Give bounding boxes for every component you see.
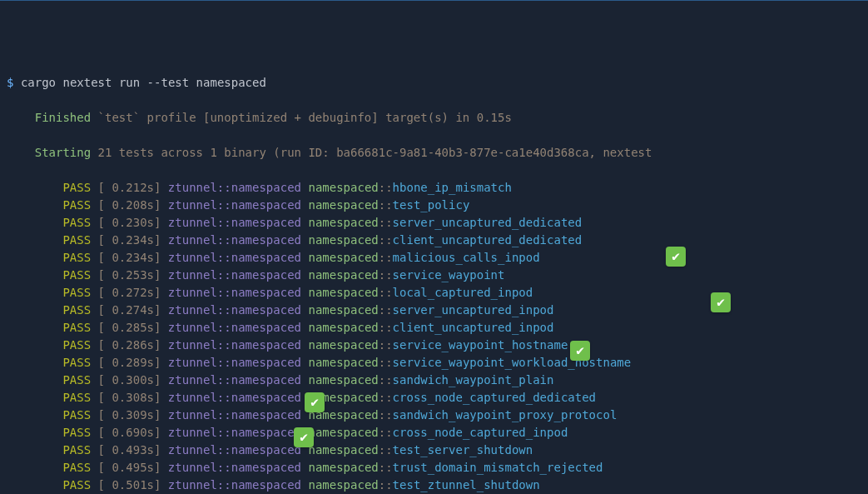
pass-label: PASS (62, 408, 91, 422)
test-result-row: PASS [ 0.272s] ztunnel::namespaced names… (7, 284, 861, 302)
separator: :: (379, 373, 393, 387)
binary-path: ztunnel::namespaced (168, 181, 301, 194)
time-bracket: [ 0.286s] (91, 338, 168, 352)
separator: :: (379, 303, 393, 317)
test-results-list: PASS [ 0.212s] ztunnel::namespaced names… (7, 179, 861, 494)
binary-path: ztunnel::namespaced (168, 356, 301, 369)
test-name: server_uncaptured_dedicated (393, 216, 583, 229)
binary-path: ztunnel::namespaced (168, 321, 301, 334)
time-bracket: [ 0.501s] (91, 478, 168, 492)
test-result-row: PASS [ 0.212s] ztunnel::namespaced names… (7, 179, 861, 197)
binary-path: ztunnel::namespaced (168, 426, 301, 439)
command-text: cargo nextest run --test namespaced (21, 76, 266, 89)
test-result-row: PASS [ 0.308s] ztunnel::namespaced names… (7, 389, 861, 407)
test-name: test_ztunnel_shutdown (393, 478, 540, 492)
module-name: namespaced (308, 233, 378, 247)
binary-path: ztunnel::namespaced (168, 286, 301, 299)
test-result-row: PASS [ 0.234s] ztunnel::namespaced names… (7, 249, 861, 267)
test-result-row: PASS [ 0.690s] ztunnel::namespaced names… (7, 424, 861, 442)
starting-text: 21 tests across 1 binary (run ID: ba6668… (98, 146, 652, 159)
module-name: namespaced (308, 216, 378, 229)
module-name: namespaced (308, 303, 378, 317)
time-bracket: [ 0.272s] (91, 286, 168, 299)
separator: :: (379, 233, 393, 247)
module-name: namespaced (308, 181, 378, 194)
binary-path: ztunnel::namespaced (168, 478, 301, 492)
binary-path: ztunnel::namespaced (168, 216, 301, 229)
binary-path: ztunnel::namespaced (168, 461, 301, 474)
starting-label: Starting (35, 146, 91, 159)
pass-label: PASS (62, 338, 91, 352)
module-name: namespaced (308, 286, 378, 299)
test-name: local_captured_inpod (393, 286, 533, 299)
separator: :: (379, 426, 393, 439)
time-bracket: [ 0.308s] (91, 391, 168, 404)
binary-path: ztunnel::namespaced (168, 391, 301, 404)
test-result-row: PASS [ 0.274s] ztunnel::namespaced names… (7, 302, 861, 319)
module-name: namespaced (308, 338, 378, 352)
test-result-row: PASS [ 0.286s] ztunnel::namespaced names… (7, 337, 861, 354)
time-bracket: [ 0.309s] (91, 408, 168, 422)
binary-path: ztunnel::namespaced (168, 251, 301, 264)
binary-path: ztunnel::namespaced (168, 233, 301, 247)
pass-label: PASS (62, 303, 91, 317)
module-name: namespaced (308, 461, 378, 474)
binary-path: ztunnel::namespaced (168, 303, 301, 317)
test-name: trust_domain_mismatch_rejected (393, 461, 603, 474)
time-bracket: [ 0.493s] (91, 443, 168, 457)
separator: :: (379, 391, 393, 404)
finished-text: `test` profile [unoptimized + debuginfo]… (98, 111, 512, 124)
module-name: namespaced (308, 478, 378, 492)
binary-path: ztunnel::namespaced (168, 198, 301, 212)
binary-path: ztunnel::namespaced (168, 443, 301, 457)
pass-label: PASS (62, 443, 91, 457)
binary-path: ztunnel::namespaced (168, 268, 301, 282)
separator: :: (379, 268, 393, 282)
pass-label: PASS (62, 181, 91, 194)
module-name: namespaced (308, 356, 378, 369)
module-name: namespaced (308, 251, 378, 264)
binary-path: ztunnel::namespaced (168, 373, 301, 387)
module-name: namespaced (308, 268, 378, 282)
pass-label: PASS (62, 251, 91, 264)
separator: :: (379, 356, 393, 369)
time-bracket: [ 0.289s] (91, 356, 168, 369)
separator: :: (379, 338, 393, 352)
pass-label: PASS (62, 233, 91, 247)
test-result-row: PASS [ 0.234s] ztunnel::namespaced names… (7, 232, 861, 249)
test-result-row: PASS [ 0.285s] ztunnel::namespaced names… (7, 319, 861, 337)
finished-label: Finished (35, 111, 91, 124)
pass-label: PASS (62, 198, 91, 212)
module-name: namespaced (308, 198, 378, 212)
module-name: namespaced (308, 443, 378, 457)
time-bracket: [ 0.274s] (91, 303, 168, 317)
pass-label: PASS (62, 373, 91, 387)
pass-label: PASS (62, 268, 91, 282)
test-result-row: PASS [ 0.309s] ztunnel::namespaced names… (7, 407, 861, 424)
test-result-row: PASS [ 0.289s] ztunnel::namespaced names… (7, 354, 861, 372)
test-name: cross_node_captured_inpod (393, 426, 568, 439)
time-bracket: [ 0.300s] (91, 373, 168, 387)
binary-path: ztunnel::namespaced (168, 338, 301, 352)
module-name: namespaced (308, 373, 378, 387)
command-line: $ cargo nextest run --test namespaced (7, 74, 861, 92)
test-result-row: PASS [ 0.493s] ztunnel::namespaced names… (7, 442, 861, 459)
module-name: namespaced (308, 391, 378, 404)
pass-label: PASS (62, 478, 91, 492)
time-bracket: [ 0.690s] (91, 426, 168, 439)
test-result-row: PASS [ 0.208s] ztunnel::namespaced names… (7, 197, 861, 214)
separator: :: (379, 216, 393, 229)
pass-label: PASS (62, 426, 91, 439)
separator: :: (379, 286, 393, 299)
test-name: server_uncaptured_inpod (393, 303, 554, 317)
test-result-row: PASS [ 0.230s] ztunnel::namespaced names… (7, 214, 861, 232)
separator: :: (379, 251, 393, 264)
test-name: client_uncaptured_dedicated (393, 233, 583, 247)
time-bracket: [ 0.212s] (91, 181, 168, 194)
separator: :: (379, 461, 393, 474)
time-bracket: [ 0.253s] (91, 268, 168, 282)
test-name: service_waypoint_workload_hostname (393, 356, 632, 369)
test-result-row: PASS [ 0.300s] ztunnel::namespaced names… (7, 372, 861, 389)
test-name: test_policy (393, 198, 470, 212)
time-bracket: [ 0.495s] (91, 461, 168, 474)
